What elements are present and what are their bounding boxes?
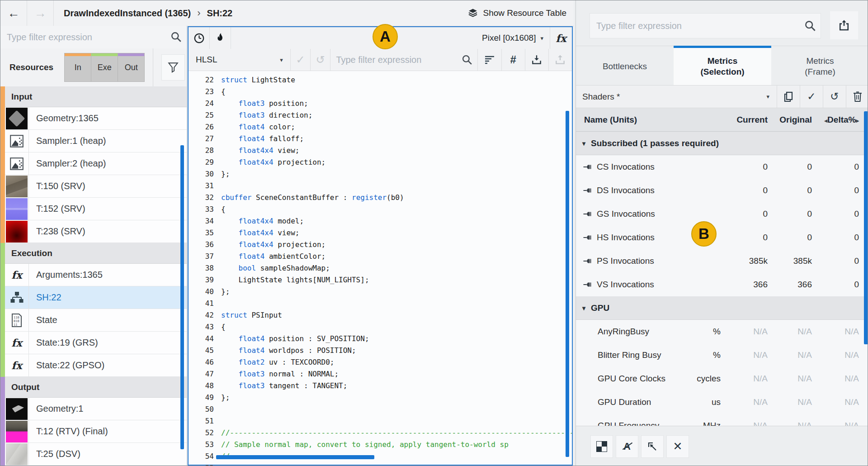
hot-shader-button[interactable]	[210, 27, 231, 49]
metric-row[interactable]: GPU FrequencyMHzN/AN/AN/A	[576, 414, 868, 426]
section-header-execution[interactable]: Execution	[5, 243, 187, 264]
resources-filter-input[interactable]	[0, 32, 166, 43]
metric-delta: N/A	[812, 397, 859, 407]
io-toggle-in[interactable]: In	[64, 53, 91, 82]
io-toggle-out[interactable]: Out	[118, 53, 145, 82]
metric-row[interactable]: VS Invocations3663660	[576, 273, 868, 296]
resource-item[interactable]: Sampler:2 (heap)	[5, 152, 187, 175]
breadcrumb-event[interactable]: DrawIndexedInstanced (1365)	[64, 8, 191, 19]
geometry-thumbnail	[6, 108, 28, 129]
resources-search-button[interactable]	[166, 26, 187, 48]
clear-selection-button[interactable]: ✕	[666, 435, 689, 458]
resource-item[interactable]: Geometry:1365	[5, 107, 187, 130]
metrics-column-header[interactable]: Name (Units) Current Original ◂Delta%▸	[576, 108, 868, 132]
line-number: 38	[189, 262, 214, 274]
edit-shader-button[interactable]: fx	[550, 27, 572, 49]
metric-group-subscribed-passes-required-[interactable]: ▾Subscribed (1 passes required)	[576, 132, 868, 155]
code-line: 28 float4x4 view;	[189, 145, 572, 157]
metric-row[interactable]: DS Invocations000	[576, 179, 868, 202]
metric-current: 0	[721, 162, 768, 172]
tab-metrics-selection-[interactable]: Metrics(Selection)	[674, 46, 771, 85]
line-number: 36	[189, 239, 214, 251]
resource-item[interactable]: T:150 (SRV)	[5, 175, 187, 198]
resource-item[interactable]: T:12 (RTV) (Final)	[5, 420, 187, 443]
metric-row[interactable]: AnyRingBusy%N/AN/AN/A	[576, 320, 868, 343]
preset-dropdown[interactable]: Shaders *	[576, 86, 766, 108]
resource-list-scrollbar[interactable]	[180, 145, 184, 449]
line-numbers-button[interactable]: #	[502, 49, 525, 71]
resource-item[interactable]: Geometry:1	[5, 398, 187, 420]
preset-value: Shaders *	[582, 92, 620, 102]
metric-row[interactable]: GS Invocations000	[576, 202, 868, 226]
resource-item[interactable]: T:25 (DSV)	[5, 443, 187, 466]
line-number: 22	[189, 74, 214, 86]
metrics-panel: BottlenecksMetrics(Selection)Metrics(Fra…	[576, 0, 868, 466]
select-region-button[interactable]	[641, 435, 664, 458]
reset-preset-button[interactable]: ↺	[823, 86, 846, 108]
delete-preset-button[interactable]	[846, 86, 868, 108]
code-vertical-scrollbar[interactable]	[566, 111, 569, 457]
resource-item[interactable]: T:238 (SRV)	[5, 220, 187, 243]
metric-delta: 0	[812, 209, 859, 219]
resource-label: T:238 (SRV)	[29, 220, 85, 243]
show-resource-table-button[interactable]: Show Resource Table	[467, 8, 566, 19]
section-header-input[interactable]: Input	[5, 86, 187, 107]
metric-group-gpu[interactable]: ▾GPU	[576, 296, 868, 320]
revert-button[interactable]: ↺	[311, 49, 330, 71]
metric-original: 0	[768, 233, 812, 243]
sort-lines-button[interactable]	[478, 49, 501, 71]
pin-icon	[583, 210, 592, 218]
copy-preset-button[interactable]	[777, 86, 800, 108]
pixel-history-button[interactable]	[590, 435, 613, 458]
code-search-button[interactable]	[457, 49, 477, 71]
resource-item[interactable]: fxArguments:1365	[5, 264, 187, 286]
metric-row[interactable]: GPU Core ClockscyclesN/AN/AN/A	[576, 367, 868, 390]
resource-item[interactable]: Sampler:1 (heap)	[5, 130, 187, 152]
resource-label: Arguments:1365	[29, 264, 103, 286]
toggle-annotations-button[interactable]: A	[616, 435, 638, 458]
resource-item[interactable]: fxState:19 (GRS)	[5, 332, 187, 354]
upload-shader-button[interactable]	[549, 49, 572, 71]
back-button[interactable]: ←	[0, 0, 27, 26]
resource-item[interactable]: fxState:22 (GPSO)	[5, 354, 187, 377]
code-editor[interactable]: 22struct LightState23{24 float3 position…	[189, 71, 572, 466]
resource-thumb: 11001011	[5, 309, 29, 331]
metrics-search-button[interactable]	[800, 14, 821, 38]
forward-button[interactable]: →	[27, 0, 54, 26]
top-bar: ← → DrawIndexedInstanced (1365) › SH:22 …	[0, 0, 574, 26]
apply-button[interactable]: ✓	[291, 49, 311, 71]
resource-item[interactable]: 11001011State	[5, 309, 187, 332]
history-button[interactable]	[189, 27, 210, 49]
resource-item[interactable]: SH:22	[5, 286, 187, 309]
metric-row[interactable]: Blitter Ring Busy%N/AN/AN/A	[576, 343, 868, 367]
line-number: 34	[189, 215, 214, 227]
metrics-table: Name (Units) Current Original ◂Delta%▸ ▾…	[576, 108, 868, 426]
metric-row[interactable]: HS Invocations000	[576, 226, 868, 249]
scroll-right-icon[interactable]: ▸	[856, 117, 859, 124]
preset-chevron[interactable]: ▾	[766, 86, 777, 108]
metric-row[interactable]: GPU DurationusN/AN/AN/A	[576, 390, 868, 414]
line-number: 50	[189, 404, 214, 415]
breadcrumb-shader[interactable]: SH:22	[207, 8, 233, 19]
tab-metrics-frame-[interactable]: Metrics(Frame)	[771, 46, 868, 85]
io-toggle-exe[interactable]: Exe	[91, 53, 118, 82]
tab-bottlenecks[interactable]: Bottlenecks	[576, 46, 674, 85]
export-metrics-button[interactable]	[830, 11, 858, 39]
language-dropdown[interactable]: HLSL ▾	[189, 49, 291, 71]
metrics-filter-input[interactable]	[590, 20, 800, 32]
section-header-output[interactable]: Output	[5, 377, 187, 398]
svg-text:11: 11	[14, 323, 17, 327]
metrics-scrollbar[interactable]	[864, 111, 868, 344]
line-number: 32	[189, 192, 214, 204]
download-shader-button[interactable]	[525, 49, 549, 71]
code-horizontal-scrollbar[interactable]	[216, 455, 374, 459]
shader-stage-dropdown[interactable]: Pixel [0x1608] ▾	[315, 27, 550, 49]
apply-preset-button[interactable]: ✓	[800, 86, 823, 108]
filter-funnel-button[interactable]	[161, 54, 185, 81]
code-filter-input[interactable]	[330, 54, 457, 66]
pin-icon	[583, 187, 592, 194]
code-line: 42struct PSInput	[189, 309, 572, 321]
metric-row[interactable]: PS Invocations385k385k0	[576, 249, 868, 273]
resource-item[interactable]: T:152 (SRV)	[5, 198, 187, 220]
metric-row[interactable]: CS Invocations000	[576, 155, 868, 179]
